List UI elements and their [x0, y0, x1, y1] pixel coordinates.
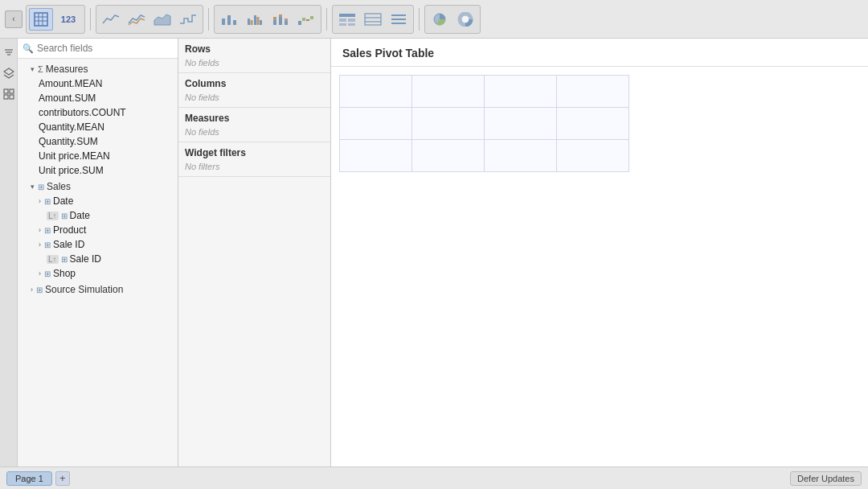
- number-label: 123: [61, 14, 76, 24]
- left-icon-1[interactable]: [2, 45, 16, 60]
- nav-back-button[interactable]: ‹: [5, 10, 23, 28]
- quantity-mean-item[interactable]: Quantity.MEAN: [18, 120, 178, 134]
- add-page-button[interactable]: +: [55, 471, 70, 486]
- shop-arrow-icon: ›: [39, 269, 41, 277]
- svg-rect-28: [348, 23, 355, 26]
- page-1-tab[interactable]: Page 1: [6, 471, 52, 486]
- pivot-cell-3-1: [340, 140, 412, 172]
- line-chart-1-button[interactable]: [99, 8, 123, 31]
- quantity-mean-label: Quantity.MEAN: [39, 121, 104, 133]
- line-chart-2-button[interactable]: [125, 8, 149, 31]
- line-chart-1-icon: [102, 12, 120, 27]
- svg-rect-29: [365, 14, 381, 25]
- svg-rect-9: [248, 18, 250, 25]
- svg-rect-46: [10, 95, 14, 99]
- search-bar: 🔍: [18, 39, 178, 59]
- main-content: 🔍 ▾ Σ Measures Amount.MEAN Amount.SUM co…: [0, 39, 868, 466]
- step-chart-icon: [179, 12, 197, 27]
- svg-rect-19: [285, 18, 288, 21]
- source-header[interactable]: › ⊞ Source Simulation: [18, 282, 178, 297]
- search-input[interactable]: [37, 43, 173, 54]
- pivot-table-container[interactable]: [331, 67, 868, 466]
- area-chart-button[interactable]: [150, 8, 174, 31]
- left-icon-3[interactable]: [2, 87, 16, 101]
- pivot-cell-1-2: [412, 76, 485, 108]
- product-header[interactable]: › ⊞ Product: [18, 223, 178, 237]
- svg-rect-10: [251, 20, 253, 25]
- waterfall-chart-icon: [297, 12, 315, 27]
- sales-group: ▾ ⊞ Sales › ⊞ Date L↑ ⊞ Date ›: [18, 179, 178, 281]
- amount-sum-item[interactable]: Amount.SUM: [18, 91, 178, 105]
- filter-icon: [3, 47, 14, 58]
- svg-rect-8: [233, 20, 236, 25]
- number-view-button[interactable]: 123: [55, 8, 82, 31]
- shop-header[interactable]: › ⊞ Shop: [18, 266, 178, 281]
- svg-rect-14: [273, 20, 276, 25]
- defer-label: Defer Updates: [797, 474, 854, 483]
- donut-chart-icon: [457, 12, 474, 27]
- sale-id-hash-icon: ⊞: [44, 240, 51, 249]
- pivot-row-3: [340, 140, 629, 172]
- quantity-sum-item[interactable]: Quantity.SUM: [18, 134, 178, 149]
- date-header[interactable]: › ⊞ Date: [18, 194, 178, 208]
- sales-arrow-icon: ▾: [31, 183, 35, 191]
- area-chart-icon: [154, 12, 171, 27]
- stacked-bar-button[interactable]: [268, 8, 293, 31]
- pivot-row-1: [340, 76, 629, 108]
- svg-rect-13: [260, 20, 262, 25]
- svg-rect-12: [257, 17, 260, 25]
- sales-label: Sales: [47, 181, 71, 192]
- step-chart-button[interactable]: [176, 8, 200, 31]
- donut-chart-button[interactable]: [453, 8, 477, 31]
- source-group: › ⊞ Source Simulation: [18, 282, 178, 297]
- date-sub-item[interactable]: L↑ ⊞ Date: [18, 208, 178, 223]
- amount-mean-item[interactable]: Amount.MEAN: [18, 76, 178, 91]
- pie-chart-icon: [431, 12, 448, 27]
- bottom-bar: Page 1 + Defer Updates: [0, 466, 868, 489]
- unit-price-mean-item[interactable]: Unit price.MEAN: [18, 149, 178, 163]
- sale-id-l-icon: L↑: [47, 255, 59, 264]
- svg-marker-42: [4, 68, 14, 75]
- layout-1-button[interactable]: [335, 8, 359, 31]
- bar-chart-1-icon: [220, 12, 238, 27]
- product-label: Product: [53, 224, 86, 236]
- search-icon: 🔍: [23, 43, 34, 54]
- contributors-count-item[interactable]: contributors.COUNT: [18, 105, 178, 120]
- view-type-group: 123: [26, 5, 85, 34]
- pivot-table: [339, 75, 629, 172]
- left-icon-2[interactable]: [2, 66, 16, 80]
- measures-header[interactable]: ▾ Σ Measures: [18, 62, 178, 76]
- pie-chart-button[interactable]: [428, 8, 452, 31]
- svg-rect-20: [298, 21, 301, 25]
- measures-config-title: Measures: [185, 113, 324, 124]
- defer-updates-button[interactable]: Defer Updates: [790, 471, 862, 486]
- svg-rect-26: [348, 18, 355, 22]
- pivot-cell-2-2: [412, 108, 485, 140]
- sale-id-arrow-icon: ›: [39, 240, 41, 249]
- table-view-button[interactable]: [29, 8, 53, 31]
- sep4: [419, 8, 420, 31]
- layout-2-button[interactable]: [361, 8, 385, 31]
- add-page-icon: +: [59, 472, 66, 484]
- sale-id-header[interactable]: › ⊞ Sale ID: [18, 237, 178, 252]
- sale-id-sub-item[interactable]: L↑ ⊞ Sale ID: [18, 252, 178, 266]
- bar-chart-2-button[interactable]: [243, 8, 267, 31]
- svg-rect-44: [10, 89, 14, 93]
- toolbar: ‹ 123: [0, 0, 868, 39]
- svg-rect-7: [227, 15, 231, 25]
- filters-empty: No filters: [185, 162, 324, 171]
- sales-header[interactable]: ▾ ⊞ Sales: [18, 179, 178, 194]
- line-charts-group: [96, 5, 203, 34]
- layout-3-button[interactable]: [387, 8, 411, 31]
- unit-price-sum-item[interactable]: Unit price.SUM: [18, 163, 178, 178]
- svg-rect-18: [285, 21, 288, 25]
- config-panel: Rows No fields Columns No fields Measure…: [178, 39, 331, 466]
- bar-chart-1-button[interactable]: [217, 8, 241, 31]
- svg-rect-0: [35, 13, 47, 26]
- measures-label: Measures: [46, 64, 88, 75]
- layout-1-icon: [338, 12, 356, 27]
- svg-rect-22: [306, 19, 309, 21]
- pivot-cell-1-3: [485, 76, 557, 108]
- waterfall-chart-button[interactable]: [294, 8, 318, 31]
- columns-empty: No fields: [185, 92, 324, 102]
